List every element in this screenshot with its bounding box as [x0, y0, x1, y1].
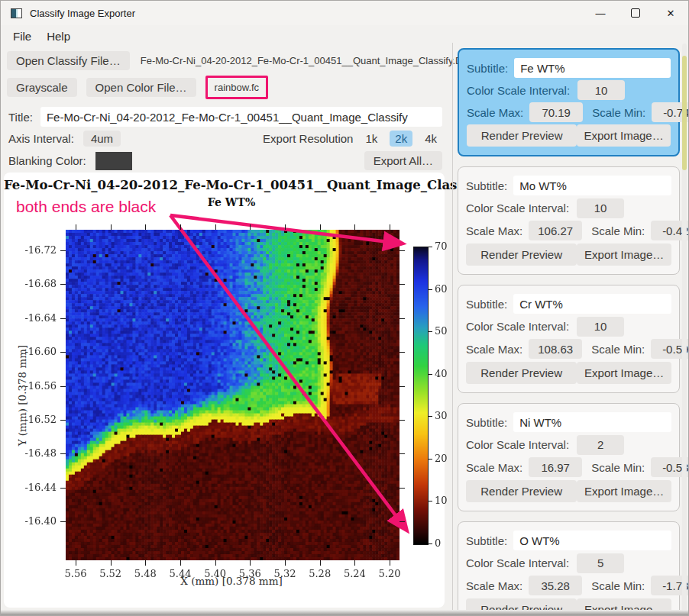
card-mo: Subtitle: Color Scale Interval: 10 Scale…: [458, 166, 680, 275]
resolution-option-1k[interactable]: 1k: [360, 131, 383, 147]
card-subtitle-label: Subtitle:: [466, 179, 507, 192]
card-scale-max-value[interactable]: 106.27: [529, 221, 582, 240]
axis-interval-value[interactable]: 4um: [83, 131, 121, 147]
colorbar-tick: [429, 247, 432, 247]
card-subtitle-label: Subtitle:: [466, 298, 507, 311]
colorbar-tick-label: 40: [435, 368, 448, 379]
menu-help[interactable]: Help: [47, 30, 70, 43]
y-tick: [60, 318, 66, 319]
title-label: Title:: [8, 111, 33, 124]
resolution-option-2k[interactable]: 2k: [390, 131, 412, 147]
card-interval-value[interactable]: 10: [577, 80, 625, 100]
x-tick-label: 5.44: [163, 568, 197, 579]
card-fe: Subtitle: Color Scale Interval: 10 Scale…: [458, 48, 680, 156]
x-tick: [215, 224, 216, 230]
export-image-button[interactable]: Export Image…: [577, 124, 671, 147]
x-tick: [390, 224, 390, 230]
x-tick-label: 5.40: [199, 568, 232, 579]
x-tick-label: 5.20: [373, 568, 406, 579]
annotation-text: both ends are black: [16, 198, 156, 216]
y-tick-label: -16.52: [18, 414, 57, 425]
card-interval-label: Color Scale Interval:: [466, 556, 569, 569]
maximize-icon: [631, 8, 640, 18]
export-image-button[interactable]: Export Image…: [577, 362, 671, 384]
y-tick-label: -16.68: [18, 278, 57, 289]
card-interval-value[interactable]: 5: [577, 553, 624, 573]
menu-file[interactable]: File: [13, 30, 31, 43]
y-tick: [60, 453, 66, 454]
card-subtitle-input[interactable]: [513, 294, 671, 314]
card-interval-label: Color Scale Interval:: [466, 320, 569, 333]
card-scale-max-value[interactable]: 35.28: [529, 576, 582, 595]
x-tick: [250, 560, 251, 566]
card-interval-value[interactable]: 2: [577, 435, 624, 455]
card-scale-max-label: Scale Max:: [466, 579, 522, 592]
menu-bar: File Help: [1, 25, 70, 47]
card-scale-min-label: Scale Min:: [592, 106, 645, 119]
card-scale-max-label: Scale Max:: [466, 224, 522, 237]
x-tick: [250, 224, 251, 230]
export-image-button[interactable]: Export Image…: [577, 243, 671, 266]
open-color-file-button[interactable]: Open Color File…: [86, 78, 196, 97]
export-resolution-label: Export Resolution: [263, 132, 353, 145]
y-tick: [399, 318, 405, 319]
card-subtitle-input[interactable]: [513, 412, 671, 432]
render-preview-button[interactable]: Render Preview: [466, 480, 577, 502]
grayscale-button[interactable]: Grayscale: [7, 78, 77, 97]
card-scale-max-value[interactable]: 108.63: [529, 339, 582, 359]
card-subtitle-input[interactable]: [513, 176, 671, 195]
minimize-button[interactable]: —: [583, 1, 618, 25]
y-tick-label: -16.56: [18, 380, 57, 392]
card-subtitle-input[interactable]: [513, 531, 671, 550]
x-tick: [285, 560, 286, 566]
right-panel-scrollbar[interactable]: [682, 44, 687, 614]
card-scale-max-value[interactable]: 16.97: [529, 457, 582, 477]
colorbar-tick: [429, 374, 432, 375]
colorbar-tick: [429, 459, 432, 460]
x-tick-label: 5.24: [338, 568, 371, 579]
right-panel-divider: [452, 43, 453, 616]
colorbar-tick-label: 60: [435, 283, 448, 295]
y-tick: [60, 352, 66, 353]
close-button[interactable]: ✕: [653, 1, 688, 25]
maximize-button[interactable]: [618, 1, 653, 25]
y-tick: [399, 386, 405, 387]
title-bar: Classify Image Exporter — ✕: [1, 1, 688, 25]
card-ni: Subtitle: Color Scale Interval: 2 Scale …: [458, 403, 680, 511]
card-scale-max-label: Scale Max:: [466, 343, 522, 356]
render-preview-button[interactable]: Render Preview: [467, 124, 577, 147]
resolution-option-4k[interactable]: 4k: [419, 131, 442, 147]
y-tick: [60, 250, 66, 251]
card-scale-min-label: Scale Min:: [591, 579, 645, 592]
render-preview-button[interactable]: Render Preview: [466, 598, 577, 616]
colorbar-tick-label: 20: [435, 453, 448, 464]
open-classify-file-button[interactable]: Open Classify File…: [7, 51, 130, 70]
card-scale-max-value[interactable]: 70.19: [529, 102, 583, 122]
color-filename-highlight: rainbow.fc: [205, 76, 269, 99]
card-scale-min-label: Scale Min:: [591, 343, 645, 356]
x-tick: [320, 224, 321, 230]
card-interval-label: Color Scale Interval:: [466, 202, 569, 214]
y-tick: [399, 420, 405, 421]
colorbar-tick: [429, 289, 432, 290]
heatmap-canvas: [66, 230, 399, 560]
blanking-color-swatch[interactable]: [95, 152, 132, 170]
y-tick-label: -16.72: [18, 244, 57, 256]
export-all-button[interactable]: Export All…: [364, 151, 442, 170]
render-preview-button[interactable]: Render Preview: [466, 243, 577, 266]
render-preview-button[interactable]: Render Preview: [466, 362, 577, 384]
card-interval-value[interactable]: 10: [577, 198, 624, 218]
x-tick: [354, 560, 355, 566]
title-input[interactable]: [40, 107, 442, 127]
card-scale-max-label: Scale Max:: [467, 106, 523, 119]
plot-title: Fe-Mo-Cr-Ni_04-20-2012_Fe-Mo-Cr-1_00451_…: [4, 178, 445, 192]
x-tick: [215, 560, 216, 566]
y-tick: [60, 521, 66, 522]
card-subtitle-input[interactable]: [514, 58, 671, 78]
y-tick-label: -16.48: [18, 447, 57, 459]
export-image-button[interactable]: Export Image…: [577, 598, 671, 616]
card-interval-value[interactable]: 10: [577, 317, 624, 337]
card-scale-min-label: Scale Min:: [591, 461, 645, 474]
scrollbar-thumb[interactable]: [682, 56, 687, 170]
export-image-button[interactable]: Export Image…: [577, 480, 671, 502]
